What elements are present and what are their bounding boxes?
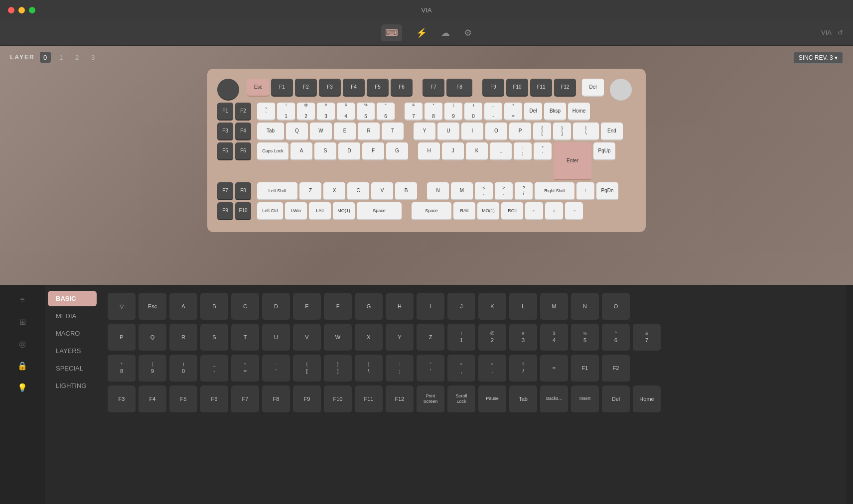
- key-0[interactable]: )0: [464, 103, 482, 121]
- key-n[interactable]: N: [427, 182, 449, 200]
- nav-special[interactable]: SPECIAL: [48, 361, 97, 376]
- key-f6-top[interactable]: F6: [391, 79, 413, 97]
- grid-key-a[interactable]: A: [169, 293, 197, 321]
- key-pgdn[interactable]: PgDn: [596, 182, 618, 200]
- grid-key-v[interactable]: V: [293, 324, 321, 352]
- key-e[interactable]: E: [334, 123, 356, 140]
- key-comma[interactable]: <,: [475, 182, 493, 200]
- key-esc[interactable]: Esc: [247, 79, 269, 97]
- grid-key-f1[interactable]: F1: [571, 355, 599, 382]
- key-space-left[interactable]: Space: [357, 202, 402, 220]
- key-minus[interactable]: _-: [484, 103, 502, 121]
- grid-key-pause[interactable]: Pause: [478, 385, 506, 413]
- grid-key-4[interactable]: $4: [540, 324, 568, 352]
- grid-key-equals[interactable]: +=: [231, 355, 259, 382]
- key-f2-side[interactable]: F2: [235, 103, 251, 121]
- key-m[interactable]: M: [451, 182, 473, 200]
- sidebar-icon-keyboard[interactable]: ≡: [12, 290, 32, 310]
- key-left-shift[interactable]: Left Shift: [257, 182, 297, 200]
- key-o[interactable]: O: [485, 123, 507, 140]
- scrollbar[interactable]: [846, 285, 853, 504]
- key-up[interactable]: ↑: [576, 182, 594, 200]
- key-s[interactable]: S: [314, 142, 336, 160]
- key-quote[interactable]: "': [534, 142, 552, 160]
- grid-key-f8[interactable]: F8: [262, 385, 290, 413]
- key-l[interactable]: L: [490, 142, 512, 160]
- key-c[interactable]: C: [347, 182, 369, 200]
- key-7[interactable]: &7: [405, 103, 423, 121]
- grid-key-esc[interactable]: Esc: [139, 293, 166, 321]
- grid-key-e[interactable]: E: [293, 293, 321, 321]
- key-f12-top[interactable]: F12: [554, 79, 576, 97]
- key-3[interactable]: #3: [317, 103, 335, 121]
- key-t[interactable]: T: [382, 123, 404, 140]
- grid-key-u[interactable]: U: [262, 324, 290, 352]
- key-a[interactable]: A: [290, 142, 312, 160]
- grid-key-w[interactable]: W: [324, 324, 352, 352]
- key-slash[interactable]: ?/: [515, 182, 533, 200]
- key-down[interactable]: ↓: [545, 202, 563, 220]
- grid-key-f[interactable]: F: [324, 293, 352, 321]
- key-i[interactable]: I: [461, 123, 483, 140]
- layer-2[interactable]: 2: [72, 52, 83, 63]
- key-f3-side[interactable]: F3: [217, 123, 233, 140]
- key-backslash[interactable]: |\: [573, 123, 599, 140]
- grid-key-m[interactable]: M: [540, 293, 568, 321]
- key-space-right[interactable]: Space: [412, 202, 451, 220]
- grid-key-f10[interactable]: F10: [324, 385, 352, 413]
- layer-0[interactable]: 0: [40, 52, 51, 63]
- key-w[interactable]: W: [310, 123, 332, 140]
- grid-key-g[interactable]: G: [355, 293, 383, 321]
- key-f9-side[interactable]: F9: [217, 202, 233, 220]
- grid-key-semicolon[interactable]: :;: [386, 355, 414, 382]
- grid-key-t[interactable]: T: [231, 324, 259, 352]
- key-rctl[interactable]: RCtl: [501, 202, 523, 220]
- grid-key-n[interactable]: N: [571, 293, 599, 321]
- grid-key-tab[interactable]: Tab: [509, 385, 537, 413]
- key-f3-top[interactable]: F3: [319, 79, 341, 97]
- minimize-button[interactable]: [18, 7, 25, 13]
- key-left-ctrl[interactable]: Left Ctrl: [257, 202, 283, 220]
- key-r[interactable]: R: [358, 123, 380, 140]
- key-f1-side[interactable]: F1: [217, 103, 233, 121]
- key-right[interactable]: →: [565, 202, 583, 220]
- grid-key-scroll-lock[interactable]: ScrollLock: [447, 385, 475, 413]
- key-tab[interactable]: Tab: [257, 123, 284, 140]
- key-f8-top[interactable]: F8: [446, 79, 472, 97]
- grid-key-k[interactable]: K: [478, 293, 506, 321]
- grid-key-i[interactable]: I: [417, 293, 444, 321]
- grid-key-backslash[interactable]: |\: [355, 355, 383, 382]
- grid-key-3[interactable]: #3: [509, 324, 537, 352]
- nav-basic[interactable]: BASIC: [48, 291, 97, 306]
- nav-macro[interactable]: MACRO: [48, 326, 97, 341]
- sidebar-icon-lock[interactable]: 🔒: [12, 356, 32, 376]
- grid-key-lbracket[interactable]: {[: [293, 355, 321, 382]
- key-knob-left[interactable]: [217, 79, 239, 101]
- grid-key-f5[interactable]: F5: [169, 385, 197, 413]
- nav-save-icon[interactable]: ☁: [441, 27, 450, 38]
- key-f11-top[interactable]: F11: [530, 79, 552, 97]
- key-f4-side[interactable]: F4: [235, 123, 251, 140]
- key-right-shift[interactable]: Right Shift: [535, 182, 574, 200]
- grid-key-9[interactable]: (9: [139, 355, 166, 382]
- key-semicolon[interactable]: :;: [514, 142, 532, 160]
- key-capslock[interactable]: Caps Lock: [257, 142, 288, 160]
- nav-settings-icon[interactable]: ⚙: [464, 27, 472, 38]
- key-f7-top[interactable]: F7: [423, 79, 444, 97]
- grid-key-o[interactable]: O: [602, 293, 630, 321]
- key-5[interactable]: %5: [357, 103, 375, 121]
- grid-key-s[interactable]: S: [200, 324, 228, 352]
- key-4[interactable]: $4: [337, 103, 355, 121]
- key-left[interactable]: ←: [525, 202, 543, 220]
- key-rbracket[interactable]: }]: [553, 123, 571, 140]
- grid-key-slash[interactable]: ?/: [509, 355, 537, 382]
- grid-key-f3[interactable]: F3: [108, 385, 136, 413]
- maximize-button[interactable]: [29, 7, 35, 13]
- key-home[interactable]: Home: [568, 103, 590, 121]
- sidebar-icon-circle[interactable]: ◎: [12, 334, 32, 354]
- grid-key-y[interactable]: Y: [386, 324, 414, 352]
- key-end[interactable]: End: [601, 123, 623, 140]
- key-mo1-right[interactable]: MO(1): [477, 202, 499, 220]
- key-x[interactable]: X: [323, 182, 345, 200]
- grid-key-backtick[interactable]: ·': [262, 355, 290, 382]
